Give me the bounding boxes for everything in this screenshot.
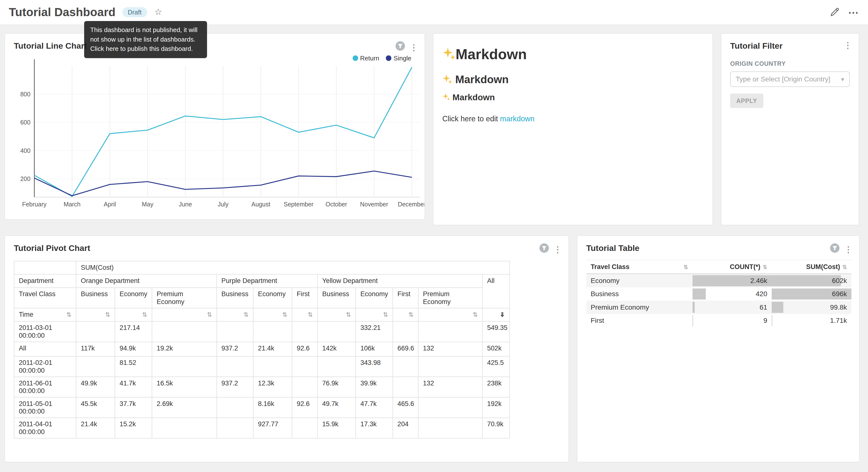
count-cell: 61 [692,301,772,314]
pivot-travel-class-header: Economy [115,288,152,308]
svg-text:600: 600 [20,119,31,126]
pivot-corner-cell [14,261,76,274]
kebab-menu-icon[interactable]: ⋮ [554,245,562,254]
tooltip-line: not show up in the list of dashboards. [90,35,201,44]
pivot-row: 2011-02-01 00:00:0081.52343.98425.5 [14,356,509,377]
legend-dot [386,55,392,61]
sort-icon[interactable]: ⇅ [66,311,71,318]
pivot-value-cell: 41.7k [115,377,152,397]
pivot-value-cell [217,418,253,438]
legend-item[interactable]: Return [352,55,379,61]
pivot-value-cell: 15.9k [317,418,355,438]
travel-class-cell: Economy [586,274,693,287]
sort-icon[interactable]: ⇅ [346,311,351,318]
kebab-menu-icon[interactable]: ⋮ [843,41,852,50]
pivot-sort-cell: ⇅ [76,308,115,321]
svg-text:August: August [251,201,271,208]
column-header-count[interactable]: COUNT(*)⇅ [692,260,772,274]
filter-scope-icon[interactable] [395,41,405,53]
sort-icon: ⇅ [683,264,688,270]
column-header-sum-cost[interactable]: SUM(Cost)⇅ [772,260,851,274]
sum-cost-cell: 1.71k [772,314,851,327]
table-row[interactable]: Premium Economy6199.8k [586,301,851,314]
dashboard-app: Tutorial Dashboard Draft ☆ ⋯ This dashbo… [0,0,868,472]
pivot-value-cell [418,321,483,342]
pivot-col-axis-label: Department [14,274,76,288]
favorite-star-icon[interactable]: ☆ [154,8,162,17]
sparkles-icon [442,74,452,84]
column-label: Travel Class [591,263,630,271]
pivot-thead: SUM(Cost)DepartmentOrange DepartmentPurp… [14,261,509,321]
pivot-value-cell [393,356,418,377]
sort-icon[interactable]: ⇅ [142,311,147,318]
filter-scope-icon[interactable] [539,243,549,255]
pivot-sort-cell: ⇅ [217,308,253,321]
pivot-value-cell: 669.6 [393,342,418,356]
unpublished-tooltip[interactable]: This dashboard is not published, it will… [84,21,207,58]
pivot-value-cell: 332.21 [356,321,393,342]
origin-country-select[interactable]: Type or Select [Origin Country] ▾ [730,71,850,87]
pivot-travel-class-header: Economy [356,288,393,308]
pivot-value-cell: 106k [356,342,393,356]
filter-scope-icon[interactable] [830,243,840,255]
pivot-sort-cell: ⇅ [317,308,355,321]
sort-icon[interactable]: ⇅ [308,311,313,318]
svg-text:November: November [360,201,388,208]
sort-icon[interactable]: ⇅ [473,311,478,318]
dashboard-title: Tutorial Dashboard [9,6,115,19]
svg-text:May: May [142,201,154,208]
pivot-value-cell: 8.16k [253,397,292,418]
sum-cost-bar [772,315,772,326]
pivot-sort-cell: ⇅ [393,308,418,321]
pivot-department-header: All [483,274,509,308]
origin-country-label: ORIGIN COUNTRY [730,60,850,67]
sort-icon[interactable]: ⇅ [207,311,212,318]
more-options-icon[interactable]: ⋯ [848,6,859,19]
svg-text:December: December [398,201,425,208]
markdown-h1: Markdown [442,46,704,63]
table-row[interactable]: Business420696k [586,287,851,301]
pivot-department-header: Orange Department [76,274,217,288]
pivot-sort-cell: ⇅ [356,308,393,321]
pivot-row: All117k94.9k19.2k937.221.4k92.6142k106k6… [14,342,509,356]
tooltip-line: Click here to publish this dashboard. [90,44,201,54]
pivot-value-cell: 2.69k [152,397,217,418]
sort-icon[interactable]: ⇅ [105,311,110,318]
pivot-travel-class-header: Business [317,288,355,308]
pivot-value-cell [317,321,355,342]
kebab-menu-icon[interactable]: ⋮ [844,245,852,254]
edit-pencil-icon[interactable] [830,7,839,17]
pivot-value-cell: 70.9k [483,418,509,438]
markdown-edit-link[interactable]: markdown [500,115,534,123]
column-label: SUM(Cost) [806,263,840,271]
table-row[interactable]: First91.71k [586,314,851,327]
line-chart-legend: ReturnSingle [352,55,411,61]
svg-text:February: February [22,201,47,208]
apply-button[interactable]: APPLY [730,94,763,108]
sort-desc-icon[interactable]: ⇓ [500,311,505,318]
pivot-row: 2011-05-01 00:00:0045.5k37.7k2.69k8.16k9… [14,397,509,418]
table-row[interactable]: Economy2.46k602k [586,274,851,287]
svg-text:400: 400 [20,147,31,154]
pivot-value-cell: 549.35 [483,321,509,342]
pivot-tbody: 2011-03-01 00:00:00217.14332.21549.35All… [14,321,509,438]
tooltip-line: This dashboard is not published, it will [90,25,201,35]
data-table-body: Travel Class⇅ COUNT(*)⇅ SUM(Cost)⇅ Econo… [577,255,859,327]
column-header-travel-class[interactable]: Travel Class⇅ [586,260,693,274]
draft-status-badge[interactable]: Draft [122,7,147,17]
pivot-value-cell: 92.6 [292,397,317,418]
legend-item[interactable]: Single [386,55,411,61]
sort-icon[interactable]: ⇅ [383,311,388,318]
pivot-value-cell: 49.7k [317,397,355,418]
sort-icon[interactable]: ⇅ [282,311,287,318]
sort-icon[interactable]: ⇅ [244,311,249,318]
pivot-value-cell: 49.9k [76,377,115,397]
pivot-value-cell: 238k [483,377,509,397]
pivot-value-cell [76,321,115,342]
kebab-menu-icon[interactable]: ⋮ [409,43,418,51]
pivot-value-cell: 16.5k [152,377,217,397]
pivot-row-label: All [14,342,76,356]
sort-icon[interactable]: ⇅ [408,311,413,318]
pivot-value-cell: 17.3k [356,418,393,438]
pivot-value-cell [152,321,217,342]
